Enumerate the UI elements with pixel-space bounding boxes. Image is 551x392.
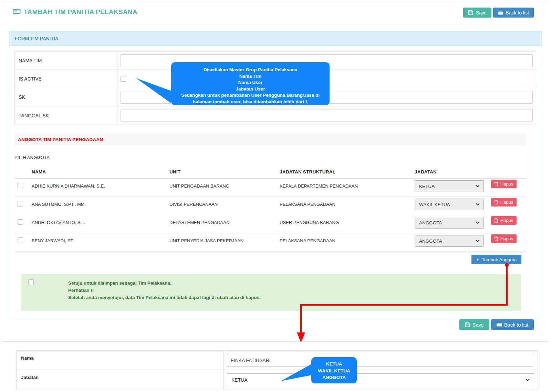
members-section-title: ANGGOTA TIM PANITIA PENGADAAN — [14, 134, 526, 146]
member-check-cell — [14, 233, 30, 244]
member-nama: ANA SUTOMO, S.PT., MM. — [30, 197, 166, 207]
member-row: BENY JARWADI, ST. UNIT PENYEDIA JASA PEK… — [14, 233, 526, 252]
tooltip-line: Disediakan Master Grup Panitia Pelaksana — [173, 67, 328, 73]
trash-icon — [494, 218, 498, 223]
member-unit: UNIT PENYEDIA JASA PEKERJAAN — [166, 233, 276, 243]
member-check-cell — [14, 197, 30, 208]
detail-nama-input[interactable] — [227, 354, 534, 367]
consent-line: Perhatian !! — [68, 287, 261, 294]
member-row: ANDHI OKTAVIANTO, S.T. DEPARTEMEN PENGAD… — [14, 215, 526, 233]
col-header-unit: UNIT — [166, 169, 276, 174]
member-jabatan-struktural: KEPALA DEPARTEMEN PENGADAAN — [276, 179, 410, 189]
tooltip-line: Nama User — [173, 80, 328, 86]
hapus-button[interactable]: Hapus — [491, 198, 517, 206]
member-nama: ADHIE KURNIA DHARMAWAN, S.E. — [30, 179, 166, 189]
member-checkbox[interactable] — [18, 219, 23, 225]
tambah-anggota-button[interactable]: + Tambah Anggota — [471, 255, 521, 264]
member-check-cell — [14, 215, 30, 226]
detail-jabatan-value: KETUA — [231, 377, 248, 383]
back-to-list-label: Back to list — [504, 322, 528, 328]
nama-tim-label: NAMA TIM — [15, 52, 117, 70]
list-icon — [497, 322, 502, 327]
chevron-down-icon — [526, 379, 530, 381]
detail-jabatan-select[interactable]: KETUA — [227, 373, 534, 386]
save-button-label: Save — [476, 10, 487, 15]
hapus-button-label: Hapus — [500, 236, 513, 241]
consent-box: Setuju untuk disimpan sebagai Tim Pelaks… — [21, 274, 521, 311]
member-row: ADHIE KURNIA DHARMAWAN, S.E. UNIT PENGAD… — [14, 179, 526, 197]
col-header-nama: NAMA — [30, 169, 166, 174]
main-card: TAMBAH TIM PANITIA PELAKSANA Save — [3, 2, 548, 342]
member-jabatan-struktural: PELAKSANA PENGADAAN — [276, 197, 410, 207]
tanggal-sk-label: TANGGAL SK — [15, 106, 117, 125]
add-member-row: + Tambah Anggota — [14, 255, 526, 264]
detail-nama-label: Nama — [17, 351, 223, 370]
member-checkbox[interactable] — [18, 201, 23, 206]
is-active-label: IS ACTIVE — [15, 70, 117, 88]
footer-actions: Save Back to list — [459, 319, 534, 330]
hapus-button[interactable]: Hapus — [491, 234, 517, 243]
jabatan-select-value: WAKIL KETUA — [419, 202, 450, 207]
save-button-bottom[interactable]: Save — [459, 319, 489, 330]
header-action-col — [485, 171, 526, 172]
tooltip-line: Jabatan User — [173, 86, 328, 93]
jabatan-select[interactable]: KETUA — [415, 180, 484, 192]
tanggal-sk-cell — [117, 106, 536, 125]
chevron-down-icon — [476, 203, 480, 206]
save-button-label: Save — [472, 322, 484, 328]
back-to-list-button-bottom[interactable]: Back to list — [491, 319, 534, 330]
jabatan-select-value: ANGGOTA — [419, 220, 442, 225]
col-header-jabatan: JABATAN — [410, 169, 485, 174]
is-active-checkbox[interactable] — [121, 76, 126, 82]
consent-line: Setelah anda menyetujui, data Tim Pelaks… — [68, 294, 261, 301]
trash-icon — [494, 236, 498, 241]
anggota-detail-table: Nama Jabatan KETUA — [16, 350, 538, 390]
detail-row-jabatan: Jabatan KETUA — [17, 370, 538, 390]
member-jabatan-struktural: PELAKSANA PENGADAAN — [276, 233, 410, 243]
hapus-button-label: Hapus — [500, 181, 513, 187]
chevron-down-icon — [476, 221, 480, 224]
chevron-down-icon — [476, 240, 480, 242]
jabatan-select-value: KETUA — [419, 184, 435, 189]
hapus-button-label: Hapus — [500, 200, 513, 205]
hapus-button[interactable]: Hapus — [491, 216, 517, 225]
jabatan-select-value: ANGGOTA — [419, 239, 442, 244]
trash-icon — [494, 200, 498, 204]
members-table-header: NAMA UNIT JABATAN STRUKTURAL JABATAN — [14, 166, 526, 179]
tooltip-line: ANGGOTA — [311, 374, 357, 381]
plus-icon: + — [476, 257, 479, 262]
member-unit: DEPARTEMEN PENGADAAN — [166, 215, 276, 225]
consent-checkbox[interactable] — [28, 279, 34, 285]
tooltip-line: Nama Tim — [173, 73, 328, 80]
tanggal-sk-input[interactable] — [121, 109, 533, 122]
member-nama: BENY JARWADI, ST. — [30, 233, 166, 243]
save-icon — [465, 322, 470, 327]
detail-nama-cell — [223, 351, 538, 370]
member-nama: ANDHI OKTAVIANTO, S.T. — [30, 215, 166, 225]
panel-heading: FORM TIM PANITIA — [9, 31, 542, 46]
tooltip-line: KETUA — [311, 361, 357, 368]
detail-jabatan-cell: KETUA — [223, 370, 538, 390]
member-checkbox[interactable] — [18, 237, 23, 243]
member-check-cell — [14, 179, 30, 189]
tooltip-master-grup: Disediakan Master Grup Panitia Pelaksana… — [171, 62, 330, 105]
tooltip-line: Sedangkan untuk penambahan User Pengguna… — [173, 92, 328, 105]
col-header-jabatan-struktural: JABATAN STRUKTURAL — [276, 169, 410, 174]
page-title: TAMBAH TIM PANITIA PELAKSANA — [24, 8, 137, 16]
hapus-button[interactable]: Hapus — [491, 180, 517, 188]
member-checkbox[interactable] — [18, 183, 23, 188]
jabatan-select[interactable]: ANGGOTA — [415, 217, 484, 229]
jabatan-select[interactable]: ANGGOTA — [415, 235, 484, 247]
detail-jabatan-label: Jabatan — [17, 370, 223, 390]
save-button[interactable]: Save — [463, 8, 491, 18]
detail-row-nama: Nama — [17, 351, 538, 370]
trash-icon — [494, 182, 498, 186]
jabatan-select[interactable]: WAKIL KETUA — [415, 199, 484, 210]
topbar-actions: Save Back to list — [463, 8, 534, 18]
consent-text: Setuju untuk disimpan sebagai Tim Pelaks… — [68, 279, 261, 311]
comment-icon — [13, 9, 21, 15]
hapus-button-label: Hapus — [500, 218, 513, 223]
tooltip-jabatan-options: KETUA WAKIL KETUA ANGGOTA — [311, 357, 357, 383]
back-to-list-button[interactable]: Back to list — [493, 8, 534, 18]
page: TAMBAH TIM PANITIA PELAKSANA Save — [0, 0, 551, 392]
